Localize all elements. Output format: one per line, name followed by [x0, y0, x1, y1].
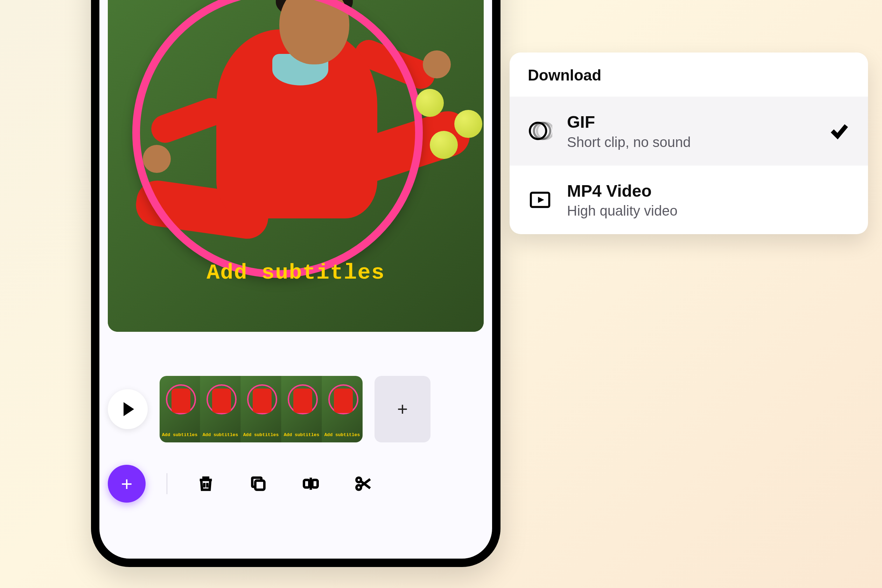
option-subtitle: High quality video: [567, 203, 850, 219]
toolbar-divider: [166, 473, 167, 494]
add-clip-button[interactable]: +: [375, 376, 430, 442]
thumb-label: Add subtitles: [281, 432, 322, 438]
plus-icon: +: [397, 399, 408, 420]
thumb-label: Add subtitles: [200, 432, 240, 438]
split-button[interactable]: [300, 473, 321, 494]
thumb-label: Add subtitles: [322, 432, 362, 438]
svg-rect-2: [312, 480, 318, 488]
download-option-mp4[interactable]: MP4 Video High quality video: [510, 165, 868, 234]
split-icon: [302, 475, 320, 493]
clip-thumbnail[interactable]: Add subtitles: [281, 376, 322, 442]
video-preview[interactable]: Add subtitles: [108, 0, 484, 332]
gif-icon: [528, 118, 552, 143]
thumb-label: Add subtitles: [160, 432, 200, 438]
delete-button[interactable]: [195, 473, 216, 494]
trash-icon: [197, 475, 215, 493]
timeline: Add subtitles Add subtitles Add subtitle…: [108, 376, 484, 442]
check-icon: [829, 120, 850, 141]
clip-strip[interactable]: Add subtitles Add subtitles Add subtitle…: [160, 376, 363, 442]
editor-toolbar: +: [108, 463, 484, 505]
cut-button[interactable]: [353, 473, 374, 494]
option-title: MP4 Video: [567, 181, 850, 201]
clip-thumbnail[interactable]: Add subtitles: [200, 376, 241, 442]
video-file-icon: [528, 188, 552, 212]
clip-thumbnail[interactable]: Add subtitles: [160, 376, 200, 442]
download-title: Download: [510, 52, 868, 97]
clip-thumbnail[interactable]: Add subtitles: [322, 376, 363, 442]
play-button[interactable]: [108, 389, 148, 429]
play-icon: [123, 402, 134, 416]
duplicate-button[interactable]: [248, 473, 269, 494]
svg-rect-1: [304, 480, 309, 488]
phone-frame: Add subtitles Add subtitles Add subtitle…: [91, 0, 501, 567]
thumb-label: Add subtitles: [241, 432, 281, 438]
download-popover: Download GIF Short clip, no sound MP4 Vi…: [510, 52, 868, 234]
option-title: GIF: [567, 112, 814, 132]
clip-thumbnail[interactable]: Add subtitles: [241, 376, 281, 442]
plus-icon: +: [121, 472, 133, 495]
add-button[interactable]: +: [108, 465, 146, 502]
download-option-gif[interactable]: GIF Short clip, no sound: [510, 97, 868, 165]
subtitle-overlay-text[interactable]: Add subtitles: [108, 260, 484, 285]
svg-rect-0: [255, 480, 264, 490]
copy-icon: [249, 475, 267, 493]
option-subtitle: Short clip, no sound: [567, 134, 814, 150]
scissors-icon: [354, 475, 372, 493]
